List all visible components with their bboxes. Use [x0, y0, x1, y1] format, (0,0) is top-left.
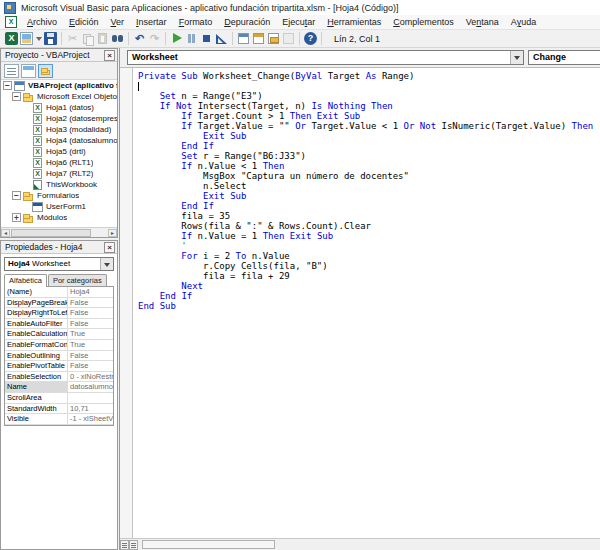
procedure-dropdown[interactable]: Change [528, 50, 600, 65]
redo-icon[interactable] [148, 32, 161, 45]
code-line-18[interactable]: ' [138, 241, 593, 251]
property-value[interactable]: False [68, 308, 113, 318]
menu-ejecutar[interactable]: Ejecutar [276, 15, 321, 29]
scroll-left-arrow-icon[interactable]: ◂ [1, 229, 10, 237]
property-value[interactable]: False [68, 298, 113, 308]
property-row-enableformatcon[interactable]: EnableFormatConTrue [5, 340, 113, 351]
expand-icon[interactable]: + [12, 213, 21, 222]
cut-icon[interactable] [66, 32, 79, 45]
child-window-icon[interactable] [5, 16, 17, 28]
collapse-icon[interactable]: − [3, 81, 12, 90]
menu-insertar[interactable]: Insertar [130, 15, 173, 29]
properties-object-dropdown-arrow-icon[interactable] [100, 258, 113, 270]
code-line-14[interactable]: End If [138, 201, 593, 211]
toggle-folders-icon[interactable] [38, 64, 53, 78]
menu-ventana[interactable]: Ventana [460, 15, 505, 29]
tree-item-thisworkbook[interactable]: ThisWorkbook [1, 179, 117, 190]
dropdown-caret-icon[interactable] [35, 32, 42, 45]
menu-formato[interactable]: Formato [173, 15, 219, 29]
save-icon[interactable] [44, 32, 57, 45]
project-explorer-icon[interactable] [237, 32, 250, 45]
property-row-scrollarea[interactable]: ScrollArea [5, 393, 113, 404]
paste-icon[interactable] [96, 32, 109, 45]
object-dropdown[interactable]: Worksheet [127, 50, 524, 65]
code-line-9[interactable]: Set r = Range("B6:J33") [138, 151, 593, 161]
code-line-20[interactable]: r.Copy Cells(fila, "B") [138, 261, 593, 271]
code-line-3[interactable]: Set n = Range("E3") [138, 91, 593, 101]
property-row-enablepivottable[interactable]: EnablePivotTableFalse [5, 361, 113, 372]
tree-item-microsoft-excel-objetos[interactable]: −Microsoft Excel Objetos [1, 91, 117, 102]
collapse-icon[interactable]: − [12, 92, 21, 101]
property-row-enablecalculation[interactable]: EnableCalculationTrue [5, 329, 113, 340]
property-value[interactable]: datosalumnos [68, 382, 113, 392]
menu-complementos[interactable]: Complementos [387, 15, 460, 29]
object-browser-icon[interactable] [267, 32, 280, 45]
undo-icon[interactable] [133, 32, 146, 45]
code-line-23[interactable]: End If [138, 291, 593, 301]
property-value[interactable]: False [68, 319, 113, 329]
property-value[interactable]: 10,71 [68, 404, 113, 414]
code-line-21[interactable]: fila = fila + 29 [138, 271, 593, 281]
toolbox-icon[interactable] [282, 32, 295, 45]
property-row-name[interactable]: (Name)Hoja4 [5, 287, 113, 298]
view-code-icon[interactable] [4, 64, 19, 78]
code-line-6[interactable]: If Target.Value = "" Or Target.Value < 1… [138, 121, 593, 131]
property-value[interactable]: True [68, 340, 113, 350]
tree-item-formularios[interactable]: −Formularios [1, 190, 117, 201]
code-line-11[interactable]: MsgBox "Captura un número de docentes" [138, 171, 593, 181]
property-row-name[interactable]: Namedatosalumnos [5, 382, 113, 393]
help-icon[interactable] [304, 32, 317, 45]
scroll-right-arrow-icon[interactable]: ▸ [108, 229, 117, 237]
code-line-15[interactable]: fila = 35 [138, 211, 593, 221]
tree-item-hoja5-drtl[interactable]: Hoja5 (drtl) [1, 146, 117, 157]
property-row-displayrighttolef[interactable]: DisplayRightToLefFalse [5, 308, 113, 319]
menu-ver[interactable]: Ver [105, 15, 131, 29]
design-mode-icon[interactable] [215, 32, 228, 45]
project-panel-close-icon[interactable]: × [104, 50, 115, 61]
property-row-visible[interactable]: Visible-1 - xlSheetVisib [5, 414, 113, 425]
code-line-7[interactable]: Exit Sub [138, 131, 593, 141]
property-row-enableselection[interactable]: EnableSelection0 - xlNoRestricti [5, 372, 113, 383]
break-icon[interactable] [185, 32, 198, 45]
property-row-enableautofilter[interactable]: EnableAutoFilterFalse [5, 319, 113, 330]
copy-icon[interactable] [81, 32, 94, 45]
code-margin-indicator-bar[interactable] [120, 68, 133, 538]
properties-object-dropdown[interactable]: Hoja4 Worksheet [4, 257, 114, 271]
project-hscrollbar[interactable]: ◂ ▸ [1, 227, 117, 237]
properties-panel-close-icon[interactable]: × [104, 242, 115, 253]
tree-item-hoja1-datos[interactable]: Hoja1 (datos) [1, 102, 117, 113]
menu-herramientas[interactable]: Herramientas [321, 15, 387, 29]
menu-ayuda[interactable]: Ayuda [505, 15, 542, 29]
menu-edicion[interactable]: Edición [63, 15, 105, 29]
property-value[interactable]: False [68, 361, 113, 371]
tab-alphabetic[interactable]: Alfabética [4, 274, 47, 287]
code-text[interactable]: Private Sub Worksheet_Change(ByVal Targe… [138, 71, 593, 311]
procedure-view-button[interactable] [120, 540, 129, 550]
property-row-standardwidth[interactable]: StandardWidth10,71 [5, 404, 113, 415]
property-row-enableoutlining[interactable]: EnableOutliningFalse [5, 351, 113, 362]
code-line-22[interactable]: Next [138, 281, 593, 291]
project-panel-header[interactable]: Proyecto - VBAProject × [1, 49, 117, 62]
menu-archivo[interactable]: Archivo [21, 15, 63, 29]
properties-panel-header[interactable]: Propiedades - Hoja4 × [1, 241, 117, 254]
tree-item-hoja6-rlt1[interactable]: Hoja6 (RLT1) [1, 157, 117, 168]
code-line-4[interactable]: If Not Intersect(Target, n) Is Nothing T… [138, 101, 593, 111]
properties-window-icon[interactable] [252, 32, 265, 45]
code-editor[interactable]: Private Sub Worksheet_Change(ByVal Targe… [120, 68, 600, 538]
tree-item-hoja2-datosempres[interactable]: Hoja2 (datosempres [1, 113, 117, 124]
tree-item-hoja4-datosalumnos[interactable]: Hoja4 (datosalumnos [1, 135, 117, 146]
property-value[interactable]: True [68, 329, 113, 339]
code-line-17[interactable]: If n.Value = 1 Then Exit Sub [138, 231, 593, 241]
reset-icon[interactable] [200, 32, 213, 45]
project-hscrollbar-thumb[interactable] [11, 229, 91, 237]
tree-item-modulos[interactable]: +Módulos [1, 212, 117, 223]
tree-item-hoja3-modalidad[interactable]: Hoja3 (modalidad) [1, 124, 117, 135]
menu-depuracion[interactable]: Depuración [218, 15, 276, 29]
find-icon[interactable] [111, 32, 124, 45]
property-value[interactable]: -1 - xlSheetVisib [68, 414, 113, 424]
tree-item-userform1[interactable]: UserForm1 [1, 201, 117, 212]
code-hscrollbar-thumb[interactable] [142, 540, 275, 549]
tree-item-vbaproject-aplicativo-f[interactable]: −VBAProject (aplicativo f [1, 80, 117, 91]
code-line-19[interactable]: For i = 2 To n.Value [138, 251, 593, 261]
code-line-12[interactable]: n.Select [138, 181, 593, 191]
